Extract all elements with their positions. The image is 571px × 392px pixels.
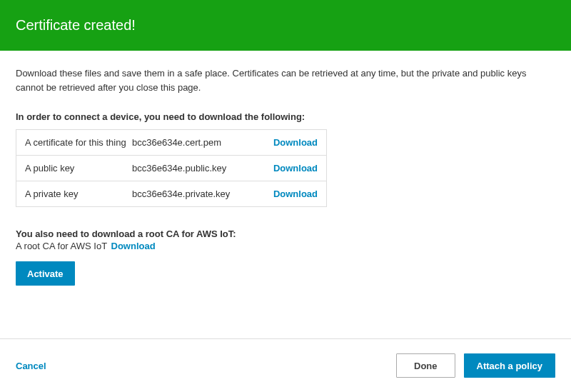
download-root-ca-link[interactable]: Download [111, 241, 156, 251]
public-key-label: A public key [25, 163, 132, 174]
private-key-filename: bcc36e634e.private.key [132, 189, 263, 199]
banner-title: Certificate created! [16, 17, 136, 33]
download-public-key-link[interactable]: Download [273, 163, 318, 174]
footer-bar: Cancel Done Attach a policy [0, 338, 571, 392]
root-ca-heading: You also need to download a root CA for … [16, 228, 555, 239]
attach-policy-button[interactable]: Attach a policy [464, 353, 555, 378]
activate-button[interactable]: Activate [16, 261, 75, 286]
main-content: Download these files and save them in a … [0, 51, 571, 286]
table-row: A certificate for this thing bcc36e634e.… [16, 130, 326, 156]
download-cert-link[interactable]: Download [273, 137, 318, 148]
root-ca-section: You also need to download a root CA for … [16, 228, 555, 251]
download-private-key-link[interactable]: Download [273, 189, 318, 199]
cert-filename: bcc36e634e.cert.pem [132, 137, 263, 148]
root-ca-text: A root CA for AWS IoT Download [16, 241, 555, 251]
table-row: A public key bcc36e634e.public.key Downl… [16, 156, 326, 181]
download-instruction: In order to connect a device, you need t… [16, 111, 555, 122]
public-key-filename: bcc36e634e.public.key [132, 163, 263, 174]
cert-label: A certificate for this thing [25, 137, 132, 148]
download-table: A certificate for this thing bcc36e634e.… [16, 129, 327, 207]
root-ca-label: A root CA for AWS IoT [16, 241, 107, 251]
intro-text: Download these files and save them in a … [16, 66, 555, 94]
done-button[interactable]: Done [396, 353, 455, 378]
cancel-link[interactable]: Cancel [16, 361, 46, 371]
success-banner: Certificate created! [0, 0, 571, 51]
private-key-label: A private key [25, 189, 132, 199]
table-row: A private key bcc36e634e.private.key Dow… [16, 181, 326, 206]
